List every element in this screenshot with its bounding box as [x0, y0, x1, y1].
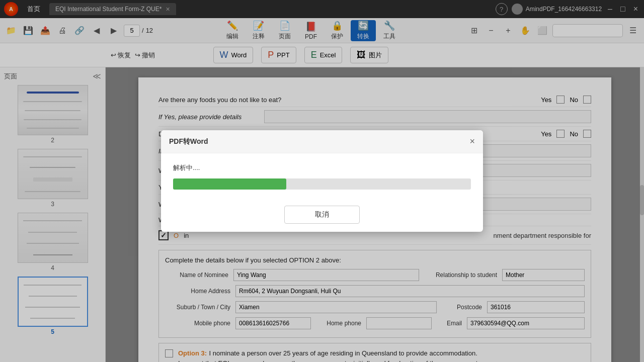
cancel-button[interactable]: 取消: [284, 206, 360, 224]
progress-bar-fill: [173, 178, 286, 190]
dialog-status-text: 解析中....: [173, 163, 471, 172]
dialog-body: 解析中....: [161, 153, 483, 200]
dialog-header: PDF转Word ×: [161, 130, 483, 153]
dialog-footer: 取消: [161, 200, 483, 232]
progress-bar-background: [173, 178, 471, 190]
pdf-to-word-dialog: PDF转Word × 解析中.... 取消: [161, 130, 483, 232]
dialog-overlay: PDF转Word × 解析中.... 取消: [0, 0, 644, 362]
dialog-title: PDF转Word: [169, 137, 208, 146]
dialog-close-button[interactable]: ×: [469, 136, 475, 147]
